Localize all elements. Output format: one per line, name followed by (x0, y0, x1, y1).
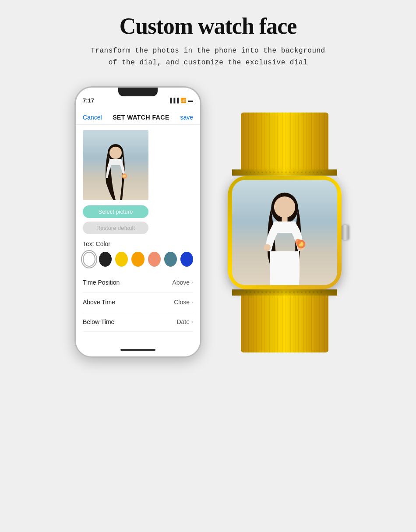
svg-point-6 (274, 197, 295, 218)
select-picture-button[interactable]: Select picture (83, 205, 148, 218)
signal-icon: ▐▐▐ (169, 98, 179, 103)
phone-status-bar: 7:17 ▐▐▐ 📶 ▬ (76, 88, 200, 109)
watch-bottom-connector: ✕✕✕✕✕✕✕✕✕✕✕✕✕✕✕✕✕✕✕✕ (232, 289, 337, 296)
phone-device: 7:17 ▐▐▐ 📶 ▬ Cancel SET WATCH FACE save (74, 86, 201, 358)
svg-point-8 (264, 244, 271, 251)
battery-icon: ▬ (188, 98, 193, 103)
page-subtitle: Transform the photos in the phone into t… (91, 45, 325, 69)
svg-point-12 (295, 239, 301, 245)
color-yellow[interactable] (115, 252, 128, 267)
phone-time: 7:17 (83, 97, 94, 104)
watch-top-connector: ✕✕✕✕✕✕✕✕✕✕✕✕✕✕✕✕✕✕✕✕ (232, 169, 337, 176)
wifi-icon: 📶 (180, 98, 187, 103)
photo-background (83, 130, 148, 200)
watch-band-bottom (241, 296, 328, 352)
color-peach[interactable] (148, 252, 161, 267)
watch-device: ✕✕✕✕✕✕✕✕✕✕✕✕✕✕✕✕✕✕✕✕ (228, 113, 342, 352)
phone-notch (118, 88, 158, 96)
watch-girl-silhouette (245, 189, 324, 285)
photo-preview (83, 130, 148, 200)
color-teal[interactable] (164, 252, 177, 267)
phone-screen: Cancel SET WATCH FACE save (76, 109, 200, 356)
text-color-label: Text Color (83, 240, 193, 247)
time-position-setting[interactable]: Time Position Above › (83, 273, 193, 292)
below-time-value: Date › (176, 318, 193, 325)
restore-default-button[interactable]: Restore default (83, 222, 148, 234)
above-time-value: Close › (174, 299, 193, 306)
girl-silhouette (98, 143, 133, 200)
color-black[interactable] (99, 252, 112, 267)
chevron-right-icon-2: › (191, 299, 193, 305)
time-position-value: Above › (172, 279, 193, 286)
above-time-label: Above Time (83, 299, 115, 306)
chevron-right-icon: › (191, 279, 193, 285)
watch-band-top (241, 113, 328, 169)
color-blue[interactable] (180, 252, 193, 267)
page-title: Custom watch face (120, 13, 297, 39)
below-time-label: Below Time (83, 318, 114, 325)
app-header: Cancel SET WATCH FACE save (76, 109, 200, 125)
svg-point-3 (123, 175, 126, 177)
app-title: SET WATCH FACE (113, 114, 169, 121)
color-white[interactable] (83, 252, 95, 267)
devices-row: 7:17 ▐▐▐ 📶 ▬ Cancel SET WATCH FACE save (0, 86, 416, 358)
app-content: Select picture Restore default Text Colo… (76, 125, 200, 343)
below-time-setting[interactable]: Below Time Date › (83, 312, 193, 332)
watch-screen (232, 180, 337, 285)
svg-point-1 (109, 147, 122, 159)
watch-body (228, 176, 342, 289)
phone-home-bar (76, 343, 200, 356)
watch-crown (342, 225, 349, 240)
cancel-button[interactable]: Cancel (83, 114, 102, 121)
color-orange[interactable] (131, 252, 144, 267)
save-button[interactable]: save (180, 114, 193, 121)
page-container: Custom watch face Transform the photos i… (0, 0, 416, 532)
color-palette (83, 252, 193, 267)
chevron-right-icon-3: › (191, 319, 193, 325)
time-position-label: Time Position (83, 279, 120, 286)
above-time-setting[interactable]: Above Time Close › (83, 292, 193, 312)
watch-photo-bg (232, 180, 337, 285)
home-indicator (120, 349, 155, 351)
phone-status-icons: ▐▐▐ 📶 ▬ (169, 98, 193, 103)
